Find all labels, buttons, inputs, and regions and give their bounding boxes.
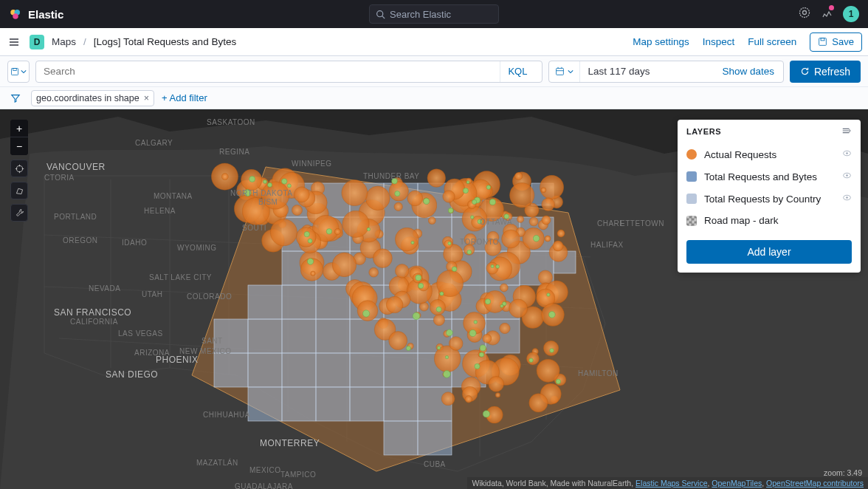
svg-point-153 [529, 217, 538, 226]
breadcrumb-title: [Logs] Total Requests and Bytes [94, 36, 236, 47]
svg-point-143 [517, 216, 524, 222]
svg-rect-20 [316, 353, 350, 387]
svg-point-276 [547, 293, 550, 296]
attribution-link[interactable]: OpenStreetMap contributors [766, 479, 864, 488]
svg-rect-13 [214, 353, 248, 387]
svg-point-226 [342, 180, 368, 206]
show-dates-link[interactable]: Show dates [713, 66, 783, 77]
svg-point-268 [529, 358, 533, 362]
svg-point-124 [485, 239, 501, 256]
svg-point-264 [448, 208, 453, 213]
quick-date-menu[interactable] [549, 61, 580, 82]
layer-swatch [686, 171, 697, 182]
svg-point-269 [413, 312, 420, 320]
refresh-button[interactable]: Refresh [790, 61, 861, 83]
map-settings-link[interactable]: Map settings [633, 36, 689, 47]
svg-point-166 [500, 323, 510, 333]
inspect-link[interactable]: Inspect [703, 36, 735, 47]
save-icon [818, 37, 827, 47]
svg-point-305 [436, 307, 441, 312]
layer-swatch [686, 149, 697, 160]
layer-label: Total Requests and Bytes [704, 171, 817, 182]
help-icon[interactable] [799, 7, 810, 21]
breadcrumb-app[interactable]: Maps [52, 36, 76, 47]
date-range-text[interactable]: Last 117 days [580, 66, 713, 77]
fit-to-data-button[interactable] [10, 160, 28, 177]
newsfeed-icon[interactable] [821, 7, 833, 21]
saved-query-menu[interactable] [7, 61, 30, 83]
svg-point-270 [500, 304, 503, 307]
query-input[interactable] [44, 66, 500, 77]
svg-point-75 [433, 315, 444, 326]
svg-rect-19 [316, 319, 350, 353]
svg-point-104 [464, 233, 476, 245]
nav-toggle-button[interactable] [6, 34, 22, 50]
svg-rect-18 [282, 353, 316, 387]
map-controls: + − [10, 120, 28, 222]
svg-point-284 [367, 228, 370, 230]
layer-row[interactable]: Road map - dark [678, 210, 861, 231]
layer-row[interactable]: Actual Requests [678, 143, 861, 165]
remove-filter-button[interactable]: × [144, 93, 149, 103]
map-canvas[interactable]: SASKATOONCALGARYREGINAVANCOUVERCTORIAWIN… [0, 109, 868, 489]
svg-point-266 [489, 199, 495, 205]
hamburger-icon [8, 36, 20, 48]
svg-point-278 [437, 346, 440, 349]
svg-point-312 [478, 219, 482, 224]
layer-row[interactable]: Total Requests and Bytes [678, 165, 861, 188]
add-filter-link[interactable]: + Add filter [162, 92, 207, 103]
svg-point-137 [395, 228, 418, 251]
svg-rect-31 [248, 285, 282, 319]
svg-point-300 [496, 265, 500, 269]
save-button[interactable]: Save [810, 33, 862, 52]
draw-shape-button[interactable] [10, 182, 28, 199]
layer-row[interactable]: Total Requests by Country [678, 188, 861, 210]
fullscreen-link[interactable]: Full screen [748, 36, 796, 47]
svg-point-244 [389, 332, 407, 350]
svg-point-95 [369, 267, 379, 277]
svg-point-216 [334, 228, 340, 234]
filter-pill[interactable]: geo.coordinates in shape × [31, 90, 154, 106]
elastic-logo[interactable]: Elastic [9, 7, 63, 21]
svg-point-172 [332, 253, 356, 277]
svg-point-301 [471, 216, 475, 219]
disk-icon [10, 67, 19, 76]
collapse-layers-button[interactable] [841, 126, 852, 137]
svg-point-273 [550, 349, 554, 353]
svg-point-101 [427, 169, 446, 188]
layer-visibility-icon[interactable] [842, 193, 852, 205]
svg-point-6 [803, 11, 807, 15]
space-selector[interactable]: D [30, 35, 44, 49]
svg-point-315 [16, 165, 22, 171]
svg-point-3 [377, 10, 383, 16]
attribution-prefix: Wikidata, World Bank, Made with NaturalE… [472, 479, 636, 488]
attribution-link[interactable]: Elastic Maps Service [636, 479, 707, 488]
wrench-icon [15, 208, 24, 218]
user-avatar[interactable]: 1 [843, 6, 859, 22]
svg-point-317 [846, 152, 847, 154]
filter-icon [10, 93, 21, 103]
save-label: Save [832, 36, 854, 47]
attribution-link[interactable]: OpenMapTiles [712, 479, 762, 488]
svg-point-235 [262, 182, 289, 209]
query-language-switcher[interactable]: KQL [500, 61, 534, 82]
svg-point-293 [424, 198, 430, 204]
filter-options-button[interactable] [7, 90, 24, 106]
svg-point-219 [407, 191, 423, 206]
svg-point-296 [445, 355, 448, 358]
chevron-down-icon [21, 69, 27, 75]
add-layer-button[interactable]: Add layer [686, 240, 852, 264]
layer-visibility-icon[interactable] [842, 148, 852, 160]
zoom-in-button[interactable]: + [10, 120, 28, 137]
chevron-down-icon [568, 69, 574, 75]
svg-rect-16 [248, 319, 282, 353]
global-header: Elastic Search Elastic 1 [0, 0, 868, 28]
svg-rect-14 [248, 353, 282, 387]
zoom-out-button[interactable]: − [10, 137, 28, 155]
space-initial: D [34, 37, 41, 47]
layer-swatch [686, 216, 697, 226]
global-search[interactable]: Search Elastic [369, 4, 499, 24]
svg-point-185 [495, 393, 500, 398]
tools-button[interactable] [10, 204, 28, 222]
layer-visibility-icon[interactable] [842, 171, 852, 182]
